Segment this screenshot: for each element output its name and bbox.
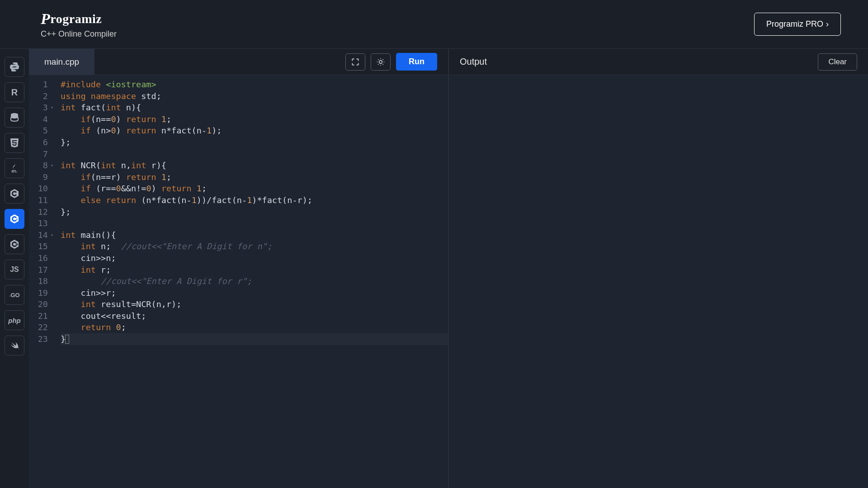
code-line[interactable]: cin>>r; <box>61 287 448 299</box>
code-line[interactable]: //cout<<"Enter A Digit for r"; <box>61 275 448 287</box>
lang-html-button[interactable] <box>5 133 24 153</box>
lang-csharp-button[interactable] <box>5 234 24 254</box>
line-number-gutter: 1234567891011121314151617181920212223 <box>29 79 54 488</box>
run-button[interactable]: Run <box>396 53 437 71</box>
line-number: 7 <box>29 148 48 160</box>
line-number: 23 <box>29 333 48 345</box>
line-number: 18 <box>29 275 48 287</box>
chevron-right-icon: › <box>826 19 829 29</box>
cursor <box>65 335 69 344</box>
line-number: 19 <box>29 287 48 299</box>
line-number: 17 <box>29 264 48 276</box>
line-number: 6 <box>29 137 48 148</box>
lang-python-button[interactable] <box>5 57 24 77</box>
line-number: 3 <box>29 102 48 114</box>
output-body[interactable] <box>449 75 868 488</box>
lang-java-button[interactable] <box>5 158 24 178</box>
code-line[interactable] <box>61 148 448 160</box>
code-line[interactable]: using namespace std; <box>61 90 448 102</box>
subtitle: C++ Online Compiler <box>41 29 117 39</box>
line-number: 20 <box>29 298 48 310</box>
line-number: 10 <box>29 183 48 194</box>
programiz-pro-button[interactable]: Programiz PRO › <box>754 13 841 36</box>
output-title: Output <box>460 57 487 67</box>
editor-toolbar: Run <box>345 53 448 71</box>
lang-swift-button[interactable] <box>5 336 24 355</box>
theme-toggle-button[interactable] <box>371 53 391 71</box>
line-number: 13 <box>29 218 48 229</box>
line-number: 16 <box>29 252 48 264</box>
file-tab-label: main.cpp <box>44 57 79 67</box>
code-line[interactable]: else return (n*fact(n-1))/fact(n-1)*fact… <box>61 194 448 206</box>
code-line[interactable]: if(n==r) return 1; <box>61 171 448 183</box>
code-line[interactable]: } <box>61 333 448 345</box>
logo[interactable]: Programiz <box>41 9 117 27</box>
line-number: 22 <box>29 322 48 333</box>
line-number: 2 <box>29 90 48 102</box>
line-number: 4 <box>29 114 48 125</box>
lang-r-button[interactable]: R <box>5 82 24 102</box>
code-editor[interactable]: 1234567891011121314151617181920212223 #i… <box>29 75 448 488</box>
code-line[interactable]: if (r==0&&n!=0) return 1; <box>61 183 448 194</box>
lang-c-button[interactable] <box>5 184 24 204</box>
code-line[interactable]: }; <box>61 206 448 218</box>
code-line[interactable]: if (n>0) return n*fact(n-1); <box>61 125 448 137</box>
sun-icon <box>376 57 385 66</box>
run-button-label: Run <box>409 57 425 66</box>
editor-pane: main.cpp Run 123456789101112131415161718… <box>29 49 449 488</box>
lang-go-button[interactable]: -GO <box>5 285 24 305</box>
code-line[interactable]: return 0; <box>61 322 448 333</box>
code-line[interactable]: int result=NCR(n,r); <box>61 298 448 310</box>
line-number: 12 <box>29 206 48 218</box>
code-line[interactable]: int main(){ <box>61 229 448 241</box>
code-line[interactable]: }; <box>61 137 448 148</box>
file-tab[interactable]: main.cpp <box>29 49 95 75</box>
line-number: 8 <box>29 160 48 171</box>
logo-block: Programiz C++ Online Compiler <box>41 9 117 39</box>
line-number: 5 <box>29 125 48 137</box>
clear-button[interactable]: Clear <box>818 53 857 71</box>
line-number: 11 <box>29 194 48 206</box>
line-number: 14 <box>29 229 48 241</box>
editor-tab-bar: main.cpp Run <box>29 49 448 75</box>
output-pane: Output Clear <box>449 49 868 488</box>
header: Programiz C++ Online Compiler Programiz … <box>0 0 868 49</box>
code-line[interactable]: int NCR(int n,int r){ <box>61 160 448 171</box>
pro-button-label: Programiz PRO <box>766 19 823 29</box>
content: main.cpp Run 123456789101112131415161718… <box>29 49 868 488</box>
lang-js-button[interactable]: JS <box>5 260 24 280</box>
main: RJS-GOphp main.cpp Run <box>0 49 868 488</box>
code-content[interactable]: #include <iostream>using namespace std;i… <box>54 79 448 488</box>
lang-cpp-button[interactable] <box>5 209 24 229</box>
line-number: 15 <box>29 241 48 252</box>
line-number: 9 <box>29 171 48 183</box>
output-header: Output Clear <box>449 49 868 75</box>
language-sidebar: RJS-GOphp <box>0 49 29 488</box>
code-line[interactable] <box>61 218 448 229</box>
fullscreen-button[interactable] <box>345 53 365 71</box>
svg-point-1 <box>379 60 382 63</box>
fullscreen-icon <box>351 57 360 66</box>
code-line[interactable]: cout<<result; <box>61 310 448 322</box>
code-line[interactable]: int fact(int n){ <box>61 102 448 114</box>
code-line[interactable]: #include <iostream> <box>61 79 448 90</box>
code-line[interactable]: int r; <box>61 264 448 276</box>
code-line[interactable]: if(n==0) return 1; <box>61 114 448 125</box>
line-number: 1 <box>29 79 48 90</box>
lang-php-button[interactable]: php <box>5 310 24 330</box>
code-line[interactable]: int n; //cout<<"Enter A Digit for n"; <box>61 241 448 252</box>
clear-button-label: Clear <box>828 57 847 66</box>
lang-sql-button[interactable] <box>5 108 24 128</box>
code-line[interactable]: cin>>n; <box>61 252 448 264</box>
line-number: 21 <box>29 310 48 322</box>
